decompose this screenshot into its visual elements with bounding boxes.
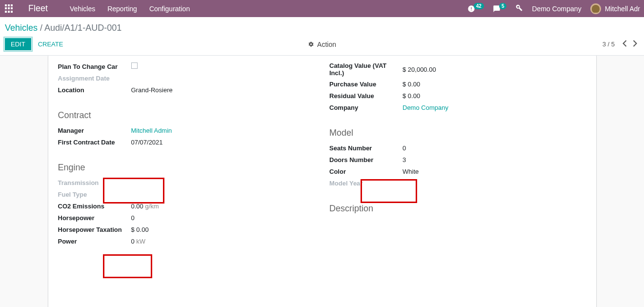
field-value: 0 [131, 214, 135, 222]
field-transmission: Transmission [58, 177, 315, 188]
apps-icon[interactable] [5, 4, 14, 13]
field-label: CO2 Emissions [58, 203, 131, 210]
highlight-engine [103, 254, 152, 278]
field-hp-taxation: Horsepower Taxation $ 0.00 [58, 224, 315, 235]
field-label: Power [58, 238, 131, 245]
field-label: Catalog Value (VAT Incl.) [329, 62, 402, 77]
pager-text[interactable]: 3 / 5 [603, 41, 615, 48]
messages-badge: 5 [499, 3, 507, 9]
breadcrumb-root[interactable]: Vehicles [5, 23, 38, 33]
activity-icon[interactable]: 42 [467, 5, 484, 13]
field-value[interactable]: Demo Company [402, 104, 448, 111]
field-doors: Doors Number 3 [329, 154, 586, 165]
control-bar: EDIT CREATE Action 3 / 5 [0, 35, 644, 56]
form-sheet: Plan To Change Car Assignment Date Locat… [48, 56, 597, 307]
brand-title: Fleet [28, 3, 48, 14]
field-value: $ 0.00 [131, 226, 149, 233]
pager: 3 / 5 [603, 39, 639, 49]
field-value: 0 [402, 144, 406, 152]
field-assignment-date: Assignment Date [58, 72, 315, 84]
field-label: Horsepower Taxation [58, 226, 131, 233]
field-fuel-type: Fuel Type [58, 188, 315, 200]
field-catalog-value: Catalog Value (VAT Incl.) $ 20,000.00 [329, 61, 586, 78]
section-description-title: Description [329, 204, 586, 214]
field-value: 0 kW [131, 238, 146, 245]
menu-reporting[interactable]: Reporting [107, 5, 137, 13]
chevron-right-icon [633, 40, 637, 47]
gear-icon [308, 41, 314, 47]
breadcrumb-current: Audi/A1/1-AUD-001 [44, 23, 121, 33]
company-selector[interactable]: Demo Company [532, 5, 581, 13]
field-model-year: Model Year [329, 177, 586, 189]
field-label: Fuel Type [58, 191, 131, 198]
pager-arrows [621, 39, 639, 49]
field-value: $ 0.00 [402, 92, 420, 100]
field-label: Doors Number [329, 156, 402, 164]
pager-next-button[interactable] [631, 39, 639, 49]
breadcrumb-separator: / [40, 23, 44, 33]
field-label: Color [329, 168, 402, 175]
breadcrumb: Vehicles / Audi/A1/1-AUD-001 [5, 23, 639, 33]
field-value: 3 [402, 156, 406, 164]
field-label: Transmission [58, 179, 131, 186]
field-value: 0.00 g/km [131, 203, 159, 210]
chevron-left-icon [623, 40, 627, 47]
field-first-contract-date: First Contract Date 07/07/2021 [58, 136, 315, 148]
menu-vehicles[interactable]: Vehicles [70, 5, 95, 13]
section-contract-title: Contract [58, 110, 91, 121]
field-location: Location Grand-Rosiere [58, 84, 315, 96]
breadcrumb-bar: Vehicles / Audi/A1/1-AUD-001 [0, 17, 644, 35]
field-seats: Seats Number 0 [329, 142, 586, 154]
field-manager: Manager Mitchell Admin [58, 124, 315, 136]
field-label: Company [329, 104, 402, 111]
field-label: First Contract Date [58, 139, 131, 146]
field-label: Assignment Date [58, 75, 131, 82]
field-residual-value: Residual Value $ 0.00 [329, 90, 586, 102]
field-label: Model Year [329, 180, 402, 187]
field-value[interactable]: Mitchell Admin [131, 127, 172, 134]
field-value: 07/07/2021 [131, 139, 163, 146]
user-menu[interactable]: Mitchell Adr [590, 3, 640, 14]
activity-badge: 42 [474, 3, 484, 9]
field-label: Purchase Value [329, 81, 402, 88]
action-label: Action [317, 41, 336, 48]
section-model-title: Model [329, 128, 353, 138]
field-power: Power 0 kW [58, 235, 315, 247]
field-value: White [402, 168, 419, 175]
field-label: Horsepower [58, 214, 131, 222]
messages-icon[interactable]: 5 [493, 5, 507, 13]
edit-button[interactable]: EDIT [5, 38, 31, 50]
avatar [590, 3, 601, 14]
field-color-model: Color White [329, 165, 586, 177]
create-button[interactable]: CREATE [38, 39, 63, 50]
top-navbar: Fleet Vehicles Reporting Configuration 4… [0, 0, 644, 17]
field-label: Residual Value [329, 92, 402, 100]
field-value: Grand-Rosiere [131, 86, 173, 94]
section-engine-title: Engine [58, 163, 85, 173]
field-value: $ 0.00 [402, 81, 420, 88]
field-label: Location [58, 86, 131, 94]
field-plan-change-car: Plan To Change Car [58, 61, 315, 72]
field-co2: CO2 Emissions 0.00 g/km [58, 200, 315, 212]
field-purchase-value: Purchase Value $ 0.00 [329, 78, 586, 90]
field-label: Seats Number [329, 144, 402, 152]
right-column: Catalog Value (VAT Incl.) $ 20,000.00 Pu… [329, 61, 586, 247]
left-column: Plan To Change Car Assignment Date Locat… [58, 61, 315, 247]
tools-icon[interactable] [515, 4, 523, 13]
menu-configuration[interactable]: Configuration [149, 5, 190, 13]
field-label: Plan To Change Car [58, 63, 131, 70]
main-menu: Vehicles Reporting Configuration [70, 5, 190, 13]
user-name: Mitchell Adr [605, 5, 640, 13]
pager-prev-button[interactable] [621, 39, 629, 49]
action-dropdown[interactable]: Action [308, 41, 336, 48]
field-company: Company Demo Company [329, 102, 586, 113]
field-value: $ 20,000.00 [402, 66, 436, 73]
field-label: Manager [58, 127, 131, 134]
checkbox-plan-change[interactable] [131, 62, 138, 69]
field-horsepower: Horsepower 0 [58, 212, 315, 224]
